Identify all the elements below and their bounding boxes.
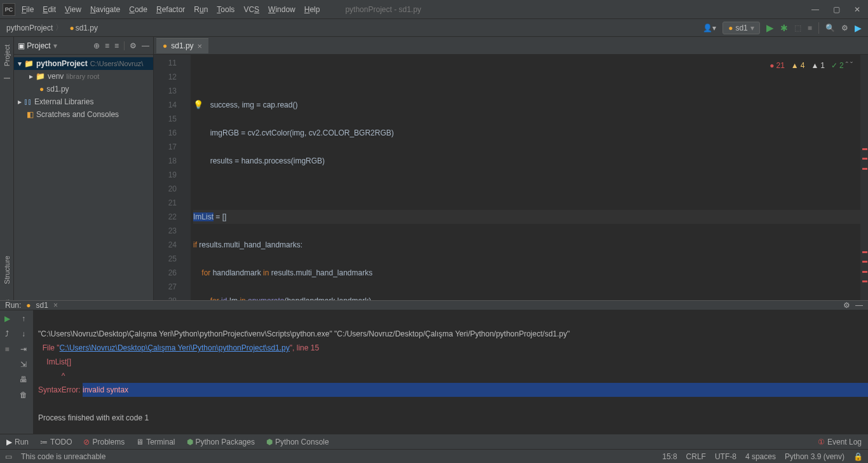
python-console-tab[interactable]: ⬢Python Console (266, 438, 329, 446)
maximize-icon[interactable]: ▢ (833, 5, 840, 14)
down-icon[interactable]: ↓ (22, 329, 25, 338)
scroll-end-icon[interactable]: ⇲ (20, 360, 27, 369)
project-tool-tab[interactable]: Project (3, 41, 11, 70)
project-panel: ▣ Project ▾ ⊕ ≡ ≡ ⚙ — ▾📁 pythonProject C… (14, 37, 154, 300)
close-icon[interactable]: ✕ (854, 5, 860, 14)
breadcrumb-project[interactable]: pythonProject (6, 24, 53, 32)
line-ending[interactable]: CRLF (686, 452, 706, 461)
attach-icon[interactable]: ⤴ (5, 329, 9, 338)
tree-project-root[interactable]: ▾📁 pythonProject C:\Users\Novruz\ (14, 57, 153, 70)
warning-icon: ▲ (791, 59, 799, 73)
title-bar: PC File Edit View Navigate Code Refactor… (0, 0, 868, 19)
lock-icon[interactable]: 🔒 (853, 452, 863, 461)
window-title: pythonProject - sd1.py (345, 5, 421, 14)
tree-external-libs[interactable]: ▸⫿⫿ External Libraries (14, 95, 153, 108)
left-tool-strip: Project Structure Favorites (0, 37, 14, 300)
project-panel-title[interactable]: ▣ Project ▾ (18, 41, 57, 50)
panel-settings-icon[interactable]: ⚙ (130, 41, 137, 50)
run-config-label: sd1 (735, 24, 747, 32)
tree-file-sd1[interactable]: ●sd1.py (14, 83, 153, 95)
code-content[interactable]: ●21 ▲4 ▲1 ✓2 ˆ ˇ 💡 success, img = cap.re… (191, 55, 860, 300)
error-stripe[interactable] (860, 55, 868, 300)
packages-tool-tab[interactable]: ⬢Python Packages (187, 438, 255, 446)
clear-icon[interactable]: 🗑 (20, 390, 27, 399)
python-icon: ● (728, 24, 733, 32)
status-icon[interactable]: ▭ (5, 452, 12, 461)
select-opened-icon[interactable]: ⊕ (93, 41, 100, 50)
minimize-icon[interactable]: — (811, 5, 819, 14)
interpreter[interactable]: Python 3.9 (venv) (785, 452, 844, 461)
run-config-dropdown[interactable]: ● sd1 ▾ (722, 22, 760, 34)
collapse-all-icon[interactable]: ≡ (114, 41, 119, 50)
encoding[interactable]: UTF-8 (715, 452, 736, 461)
stop-icon[interactable]: ■ (808, 24, 812, 32)
up-icon[interactable]: ↑ (22, 314, 25, 323)
event-log-tab[interactable]: ①Event Log (818, 438, 862, 446)
run-tool-window: Run: ● sd1 × ⚙ — ▶ ⤴ ■ ↑ ↓ ⇥ ⇲ 🖶 🗑 "C:\U… (0, 300, 868, 434)
python-file-icon: ● (69, 24, 74, 32)
indent[interactable]: 4 spaces (745, 452, 776, 461)
ok-icon: ✓ (831, 59, 837, 73)
python-file-icon: ● (163, 41, 167, 50)
chevron-down-icon: ▾ (750, 24, 754, 32)
intention-bulb-icon[interactable]: 💡 (193, 98, 203, 112)
menu-window[interactable]: Window (268, 5, 295, 14)
debug-icon[interactable]: ✱ (780, 23, 788, 33)
fold-column[interactable] (182, 55, 191, 300)
terminal-tool-tab[interactable]: 🖥Terminal (136, 438, 175, 446)
menu-run[interactable]: Run (194, 5, 208, 14)
soft-wrap-icon[interactable]: ⇥ (20, 345, 27, 354)
hide-panel-icon[interactable]: — (142, 41, 149, 50)
coverage-icon[interactable]: ⬚ (794, 24, 801, 32)
menu-edit[interactable]: Edit (43, 5, 56, 14)
menu-refactor[interactable]: Refactor (156, 5, 185, 14)
menu-tools[interactable]: Tools (217, 5, 234, 14)
menu-code[interactable]: Code (129, 5, 147, 14)
close-tab-icon[interactable]: × (198, 41, 203, 51)
status-bar: ▭ This code is unreachable 15:8 CRLF UTF… (0, 449, 868, 463)
todo-tool-tab[interactable]: ≔TODO (40, 438, 72, 446)
run-icon[interactable]: ▶ (766, 22, 774, 34)
weak-warning-icon: ▲ (811, 59, 818, 73)
status-message: This code is unreachable (21, 452, 105, 461)
editor-tab-sd1[interactable]: ● sd1.py × (156, 38, 208, 53)
editor: ● sd1.py × 111213 141516 171819 202122 2… (154, 37, 868, 300)
menu-file[interactable]: File (22, 5, 34, 14)
stacktrace-link[interactable]: C:\Users\Novruz\Desktop\Çalışma Yeri\Pyt… (60, 343, 290, 352)
menu-vcs[interactable]: VCS (243, 5, 259, 14)
rerun-icon[interactable]: ▶ (4, 314, 10, 323)
nav-bar: pythonProject 〉 ● sd1.py 👤▾ ● sd1 ▾ ▶ ✱ … (0, 19, 868, 37)
structure-tool-tab[interactable]: Structure (3, 252, 11, 288)
expand-all-icon[interactable]: ≡ (105, 41, 109, 50)
bookmarks-icon[interactable] (4, 78, 10, 79)
close-run-tab-icon[interactable]: × (53, 301, 58, 310)
main-menu[interactable]: File Edit View Navigate Code Refactor Ru… (22, 5, 320, 14)
menu-help[interactable]: Help (304, 5, 320, 14)
hide-run-icon[interactable]: — (855, 301, 863, 310)
stop-run-icon[interactable]: ■ (4, 345, 9, 354)
editor-tab-label: sd1.py (171, 41, 193, 50)
run-settings-icon[interactable]: ⚙ (843, 301, 850, 310)
search-icon[interactable]: 🔍 (825, 24, 835, 32)
menu-view[interactable]: View (65, 5, 81, 14)
problems-tool-tab[interactable]: ⊘Problems (83, 438, 125, 446)
tree-scratches[interactable]: ◧ Scratches and Consoles (14, 108, 153, 121)
ide-features-icon[interactable]: ▶ (855, 23, 862, 33)
run-tab-name[interactable]: sd1 (36, 301, 48, 310)
favorites-tool-tab[interactable]: Favorites (3, 296, 11, 300)
menu-navigate[interactable]: Navigate (90, 5, 120, 14)
bottom-tool-tabs: ▶Run ≔TODO ⊘Problems 🖥Terminal ⬢Python P… (0, 434, 868, 449)
tree-venv[interactable]: ▸📁 venv library root (14, 70, 153, 83)
run-tool-tab[interactable]: ▶Run (6, 438, 29, 446)
error-icon: ● (770, 59, 774, 73)
print-icon[interactable]: 🖶 (20, 375, 27, 384)
settings-icon[interactable]: ⚙ (841, 24, 848, 32)
breadcrumb-file[interactable]: sd1.py (76, 24, 98, 32)
console-output[interactable]: "C:\Users\Novruz\Desktop\Çalışma Yeri\Py… (33, 310, 868, 441)
run-label: Run: (5, 301, 21, 310)
cursor-position[interactable]: 15:8 (662, 452, 677, 461)
app-logo: PC (3, 3, 15, 16)
add-config-icon[interactable]: 👤▾ (703, 24, 716, 32)
python-icon: ● (26, 301, 31, 310)
inspection-widget[interactable]: ●21 ▲4 ▲1 ✓2 ˆ ˇ (770, 59, 853, 73)
